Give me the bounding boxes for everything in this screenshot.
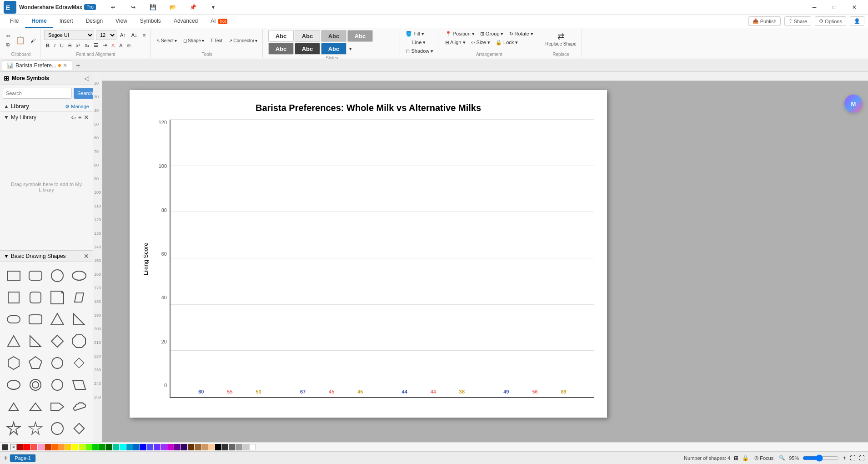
palette-swatch-green[interactable] <box>92 444 99 450</box>
shape-small-triangle2[interactable] <box>25 397 45 417</box>
shape-triangle-outline[interactable] <box>4 331 24 351</box>
subscript-btn[interactable]: x₂ <box>83 41 91 49</box>
replace-shape-btn[interactable]: ⇄ Replace Shape <box>543 30 578 48</box>
line-btn[interactable]: — Line ▾ <box>404 39 427 46</box>
palette-swatch-yellow-light[interactable] <box>72 444 78 450</box>
fill-btn[interactable]: 🪣 Fill ▾ <box>404 30 426 38</box>
close-btn[interactable]: ✕ <box>844 1 864 14</box>
tab-view[interactable]: View <box>109 16 134 28</box>
more-btn[interactable]: ▾ <box>203 1 223 14</box>
shape-square[interactable] <box>4 287 24 308</box>
palette-swatch-dark-green[interactable] <box>106 444 112 450</box>
user-avatar[interactable]: 👤 <box>850 16 864 26</box>
decrease-font-btn[interactable]: A↓ <box>130 31 139 39</box>
palette-swatch-red-light[interactable] <box>31 444 37 450</box>
strikethrough-btn[interactable]: S <box>66 42 73 49</box>
tab-design[interactable]: Design <box>80 16 109 28</box>
style-swatch-6[interactable]: Abc <box>295 43 320 55</box>
close-shapes-btn[interactable]: ✕ <box>84 252 89 260</box>
text-align-btn[interactable]: ≡ <box>141 31 147 39</box>
shape-rect-rounded2[interactable] <box>25 309 45 329</box>
tab-ai[interactable]: AI hot <box>204 16 234 28</box>
shape-stadium[interactable] <box>4 309 24 329</box>
position-btn[interactable]: 📍 Position ▾ <box>443 30 477 38</box>
italic-btn[interactable]: I <box>52 42 57 49</box>
clear-format-btn[interactable]: ⎚ <box>125 42 132 49</box>
lock-view-btn[interactable]: 🔒 <box>742 455 749 461</box>
shape-star[interactable] <box>4 419 24 439</box>
style-swatch-2[interactable]: Abc <box>295 30 320 42</box>
palette-swatch-green-dark[interactable] <box>99 444 105 450</box>
canvas-content[interactable]: Barista Preferences: Whole Milk vs Alter… <box>102 81 868 442</box>
size-btn[interactable]: ⇔ Size ▾ <box>469 39 492 46</box>
undo-btn[interactable]: ↩ <box>103 1 123 14</box>
palette-swatch-teal[interactable] <box>113 444 119 450</box>
lock-btn[interactable]: 🔒 Lock ▾ <box>494 39 520 46</box>
doc-tab-barista[interactable]: 📊 Barista Prefere... ✕ <box>2 61 72 70</box>
tab-insert[interactable]: Insert <box>53 16 80 28</box>
palette-swatch-red[interactable] <box>24 444 30 450</box>
shape-rectangle[interactable] <box>4 266 24 286</box>
palette-swatch-blue-medium[interactable] <box>147 444 153 450</box>
shape-right-triangle[interactable] <box>69 309 89 329</box>
publish-btn[interactable]: 📤 Publish <box>748 16 781 26</box>
shape-oval[interactable] <box>4 375 24 395</box>
canvas-area[interactable]: -20 -10 0 10 20 30 40 50 60 70 80 90 100… <box>93 72 868 442</box>
shape-circle[interactable] <box>47 266 67 286</box>
style-swatch-3[interactable]: Abc <box>321 30 346 42</box>
shape-ellipse[interactable] <box>69 266 89 286</box>
palette-swatch-yellow[interactable] <box>65 444 71 450</box>
increase-font-btn[interactable]: A↑ <box>118 31 128 39</box>
palette-swatch-beige[interactable] <box>208 444 215 450</box>
shape-pentagon[interactable] <box>25 353 45 373</box>
shape-right-triangle2[interactable] <box>25 331 45 351</box>
palette-swatch-orange-dark[interactable] <box>45 444 51 450</box>
indent-btn[interactable]: ⇥ <box>101 41 109 49</box>
my-library-add-btn[interactable]: + <box>78 114 82 121</box>
style-swatch-1[interactable]: Abc <box>268 30 294 42</box>
palette-swatch-pink[interactable] <box>38 444 44 450</box>
shape-parallelogram[interactable] <box>69 287 89 308</box>
sidebar-collapse-btn[interactable]: ◁ <box>84 75 89 82</box>
my-library-close-btn[interactable]: ✕ <box>84 114 89 121</box>
palette-swatch-dark-violet[interactable] <box>181 444 187 450</box>
format-painter-btn[interactable]: 🖌 <box>29 37 37 44</box>
layer-btn[interactable]: ⊞ <box>734 455 738 461</box>
style-swatch-5[interactable]: Abc <box>268 43 294 55</box>
shape-folded-corner[interactable] <box>47 287 67 308</box>
shape-circle3[interactable] <box>47 375 67 395</box>
text-btn[interactable]: T Text <box>208 37 225 45</box>
palette-swatch-blue[interactable] <box>140 444 146 450</box>
font-size-select[interactable]: 12 <box>96 30 116 40</box>
shape-ring[interactable] <box>25 375 45 395</box>
rotate-btn[interactable]: ↻ Rotate ▾ <box>507 30 536 38</box>
copy-btn[interactable]: ⧉ <box>5 41 12 49</box>
palette-swatch-green-bright[interactable] <box>85 444 92 450</box>
shape-btn[interactable]: ◻ Shape ▾ <box>181 37 206 45</box>
zoom-in-btn[interactable]: + <box>843 454 846 461</box>
shape-rhombus[interactable] <box>69 353 89 373</box>
shadow-btn[interactable]: ◻ Shadow ▾ <box>404 47 435 55</box>
shape-triangle[interactable] <box>47 309 67 329</box>
palette-swatch-dark-gray[interactable] <box>222 444 228 450</box>
shape-star2[interactable] <box>25 419 45 439</box>
palette-swatch-brown[interactable] <box>195 444 201 450</box>
paste-btn[interactable]: 📋 <box>13 35 28 46</box>
options-btn[interactable]: ⚙ Options <box>815 16 846 26</box>
palette-swatch-black[interactable] <box>215 444 221 450</box>
shape-octagon[interactable] <box>69 331 89 351</box>
shape-rounded-rectangle[interactable] <box>25 266 45 286</box>
search-input[interactable] <box>3 88 72 99</box>
palette-swatch-cyan-dark[interactable] <box>126 444 133 450</box>
pin-btn[interactable]: 📌 <box>183 1 203 14</box>
shape-diamond[interactable] <box>47 331 67 351</box>
styles-expand-btn[interactable]: ▾ <box>347 43 354 55</box>
manage-btn[interactable]: ⚙ Manage <box>65 104 89 110</box>
palette-swatch-orange-light[interactable] <box>58 444 65 450</box>
palette-swatch-indigo[interactable] <box>154 444 160 450</box>
tab-file[interactable]: File <box>4 16 25 28</box>
add-page-btn[interactable]: + <box>4 454 8 462</box>
fit-page-btn[interactable]: ⛶ <box>850 455 855 461</box>
select-btn[interactable]: ↖ Select ▾ <box>154 37 179 45</box>
ai-badge[interactable]: M <box>844 95 863 113</box>
